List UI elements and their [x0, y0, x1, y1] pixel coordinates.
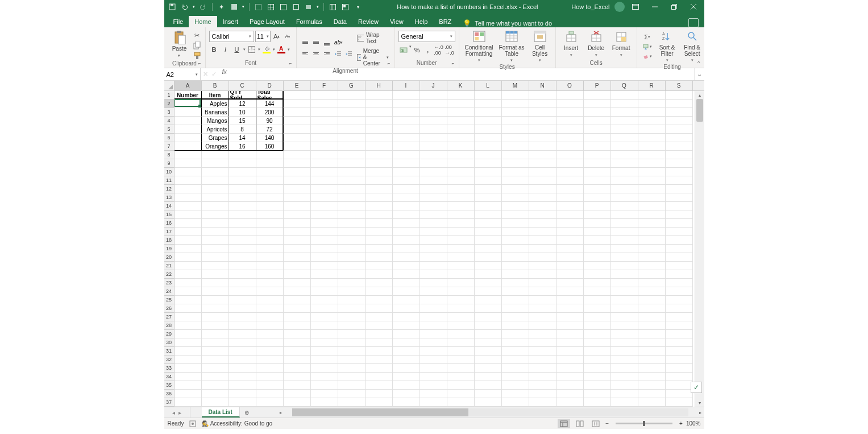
cell[interactable]: [420, 159, 447, 168]
cell[interactable]: [556, 296, 584, 304]
cell[interactable]: [311, 381, 338, 390]
cell[interactable]: [556, 142, 584, 151]
cell[interactable]: [338, 390, 366, 398]
cell[interactable]: [393, 125, 420, 134]
cell[interactable]: [366, 236, 393, 245]
cell[interactable]: [666, 108, 693, 117]
cell[interactable]: [311, 270, 338, 279]
cell[interactable]: [584, 287, 611, 296]
cell[interactable]: [475, 321, 502, 330]
align-right-icon[interactable]: [322, 49, 332, 59]
increase-indent-icon[interactable]: [343, 49, 354, 59]
col-header[interactable]: J: [420, 81, 447, 90]
clear-icon[interactable]: ▾: [641, 52, 654, 61]
cell[interactable]: [611, 245, 638, 253]
fill-color-icon[interactable]: [261, 44, 272, 55]
cell[interactable]: [584, 193, 611, 202]
cell[interactable]: [638, 381, 666, 390]
cell[interactable]: [611, 193, 638, 202]
cell[interactable]: [638, 125, 666, 134]
cell[interactable]: [556, 287, 584, 296]
cell[interactable]: [366, 313, 393, 321]
underline-button[interactable]: U: [232, 44, 242, 55]
cell[interactable]: [393, 262, 420, 270]
cut-icon[interactable]: ✂: [193, 31, 202, 40]
cell[interactable]: [284, 304, 311, 313]
cell[interactable]: [256, 219, 284, 228]
normal-view-icon[interactable]: [558, 419, 570, 428]
row-header[interactable]: 15: [164, 210, 174, 219]
cell[interactable]: [529, 168, 556, 176]
cell[interactable]: Grapes: [202, 134, 229, 142]
cell[interactable]: [420, 347, 447, 356]
cell[interactable]: [666, 398, 693, 407]
cell[interactable]: [447, 134, 475, 142]
cell[interactable]: [584, 347, 611, 356]
qat-customize-icon[interactable]: ▾: [354, 2, 363, 11]
cell[interactable]: [366, 245, 393, 253]
sheet-next-icon[interactable]: ▸: [178, 410, 181, 416]
cell[interactable]: [338, 270, 366, 279]
cell[interactable]: [393, 304, 420, 313]
cell[interactable]: [420, 356, 447, 364]
cell[interactable]: [229, 202, 256, 210]
cell-styles-button[interactable]: Cell Styles▾: [528, 28, 552, 64]
cell[interactable]: [366, 168, 393, 176]
find-select-button[interactable]: Find & Select▾: [680, 28, 704, 64]
merge-center-button[interactable]: Merge & Center ▾: [355, 47, 391, 68]
cell[interactable]: [393, 390, 420, 398]
cell[interactable]: [475, 279, 502, 287]
cell[interactable]: [229, 151, 256, 159]
cell[interactable]: [447, 347, 475, 356]
cell[interactable]: [611, 398, 638, 407]
cell[interactable]: [666, 338, 693, 347]
cell[interactable]: [366, 296, 393, 304]
cell[interactable]: [229, 347, 256, 356]
cell[interactable]: [256, 202, 284, 210]
cell[interactable]: [284, 134, 311, 142]
cell[interactable]: [638, 142, 666, 151]
cell[interactable]: [284, 168, 311, 176]
cell[interactable]: [475, 100, 502, 108]
cell[interactable]: [393, 159, 420, 168]
increase-font-icon[interactable]: A▴: [272, 31, 281, 42]
cell[interactable]: [420, 91, 447, 100]
cell[interactable]: [584, 236, 611, 245]
cell[interactable]: [366, 210, 393, 219]
cell[interactable]: [311, 236, 338, 245]
cell[interactable]: [311, 142, 338, 151]
cell[interactable]: [202, 193, 229, 202]
delete-cells-button[interactable]: Delete▾: [584, 29, 608, 59]
cell[interactable]: [666, 159, 693, 168]
cell[interactable]: [584, 117, 611, 125]
alignment-launcher-icon[interactable]: ⌐: [388, 61, 393, 67]
row-header[interactable]: 36: [164, 390, 174, 398]
cell[interactable]: [638, 398, 666, 407]
cell[interactable]: [420, 108, 447, 117]
cell[interactable]: [502, 245, 529, 253]
cell[interactable]: [284, 321, 311, 330]
cell[interactable]: [175, 356, 202, 364]
cell[interactable]: [447, 125, 475, 134]
cell[interactable]: [256, 356, 284, 364]
cell[interactable]: [256, 390, 284, 398]
scroll-up-icon[interactable]: ▴: [695, 91, 704, 99]
cell[interactable]: [556, 117, 584, 125]
cell[interactable]: [366, 134, 393, 142]
cell[interactable]: [420, 364, 447, 373]
cell[interactable]: [284, 193, 311, 202]
cell[interactable]: [502, 287, 529, 296]
cell[interactable]: [229, 381, 256, 390]
cell[interactable]: [529, 100, 556, 108]
cell[interactable]: [366, 321, 393, 330]
cell[interactable]: [366, 176, 393, 185]
cell[interactable]: [338, 262, 366, 270]
wrap-text-button[interactable]: abcWrap Text: [355, 31, 391, 46]
col-header[interactable]: F: [311, 81, 338, 90]
cell[interactable]: [284, 91, 311, 100]
cell[interactable]: [611, 117, 638, 125]
cell[interactable]: [502, 390, 529, 398]
cell[interactable]: [447, 304, 475, 313]
font-launcher-icon[interactable]: ⌐: [289, 61, 295, 67]
col-header[interactable]: E: [284, 81, 311, 90]
